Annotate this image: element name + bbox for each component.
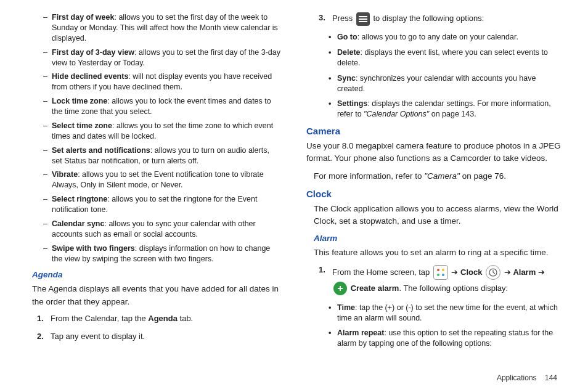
- alarm-heading: Alarm: [314, 234, 563, 243]
- list-item: •Alarm repeat: use this option to set th…: [329, 328, 563, 349]
- clock-icon: [486, 265, 500, 280]
- svg-rect-0: [359, 16, 367, 17]
- page-content: –First day of week: allows you to set th…: [0, 0, 588, 392]
- list-item: –Lock time zone: allows you to lock the …: [43, 96, 282, 117]
- svg-line-9: [493, 272, 495, 274]
- list-item: •Settings: displays the calendar setting…: [329, 99, 563, 120]
- list-item: –Swipe with two fingers: displays inform…: [43, 243, 282, 264]
- right-column: 3. Press to display the following option…: [306, 12, 563, 386]
- svg-point-3: [437, 269, 439, 271]
- page-number: 144: [545, 374, 557, 382]
- list-item: –First day of week: allows you to set th…: [43, 12, 282, 44]
- menu-icon: [356, 12, 370, 26]
- apps-icon: [433, 265, 448, 280]
- left-column: –First day of week: allows you to set th…: [25, 12, 282, 386]
- step-3: 3. Press to display the following option…: [319, 12, 563, 26]
- plus-icon: [333, 282, 347, 295]
- step-2: 2. Tap any event to display it.: [37, 331, 282, 343]
- svg-point-5: [437, 274, 439, 276]
- list-item: –Hide declined events: will not display …: [43, 71, 282, 92]
- list-item: •Go to: allows you to go to any date on …: [329, 32, 563, 43]
- camera-p1: Use your 8.0 megapixel camera feature to…: [306, 140, 563, 165]
- clock-p1: The Clock application allows you to acce…: [314, 203, 563, 228]
- list-item: –Select ringtone: allows you to set the …: [43, 194, 282, 215]
- svg-point-6: [442, 274, 444, 276]
- page-footer: Applications 144: [497, 374, 557, 382]
- svg-rect-1: [359, 18, 367, 20]
- camera-p2: For more information, refer to "Camera" …: [314, 170, 563, 182]
- agenda-intro: The Agenda displays all events that you …: [32, 283, 282, 308]
- list-item: –Set alerts and notifications: allows yo…: [43, 145, 282, 166]
- alarm-intro: This feature allows you to set an alarm …: [314, 247, 563, 259]
- svg-point-4: [442, 269, 444, 271]
- camera-heading: Camera: [306, 126, 563, 136]
- step-1: 1. From the Calendar, tap the Agenda tab…: [37, 313, 282, 325]
- list-item: –Select time zone: allows you to set the…: [43, 121, 282, 142]
- alarm-step-1: 1. From the Home screen, tap ➔ Clock ➔ A…: [319, 264, 563, 296]
- section-label: Applications: [497, 374, 537, 382]
- clock-heading: Clock: [306, 189, 563, 199]
- list-item: •Delete: displays the event list, where …: [329, 47, 563, 68]
- list-item: –Calendar sync: allows you to sync your …: [43, 219, 282, 240]
- list-item: –Vibrate: allows you to set the Event no…: [43, 169, 282, 190]
- agenda-heading: Agenda: [32, 270, 282, 279]
- list-item: –First day of 3-day view: allows you to …: [43, 47, 282, 68]
- svg-rect-2: [359, 21, 367, 22]
- list-item: •Time: tap the (+) or (-) to set the new…: [329, 303, 563, 324]
- list-item: •Sync: synchronizes your calendar with a…: [329, 73, 563, 94]
